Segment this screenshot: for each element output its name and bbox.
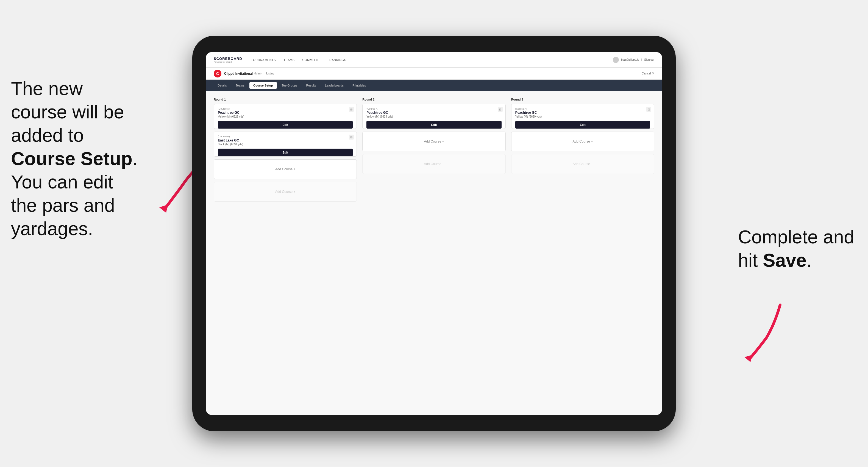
round3-add-course-label-2: Add Course +: [572, 162, 593, 166]
round3-course-a-tag: (Course A): [515, 107, 650, 110]
round-2-label: Round 2: [362, 98, 505, 101]
nav-committee[interactable]: COMMITTEE: [303, 58, 322, 62]
svg-marker-0: [159, 205, 167, 213]
logo-powered-by: Powered by clippd: [214, 61, 242, 63]
round2-course-a-delete-icon[interactable]: ⊡: [498, 107, 503, 112]
round3-course-a-card: ⊡ (Course A) Peachtree GC Yellow (M) (66…: [511, 104, 654, 129]
round2-course-a-detail: Yellow (M) (6629 yds): [366, 115, 501, 118]
tab-details[interactable]: Details: [214, 82, 231, 89]
tab-tee-groups[interactable]: Tee Groups: [278, 82, 301, 89]
round2-course-a-edit-button[interactable]: Edit: [366, 121, 501, 129]
arrow-right-icon: [706, 302, 783, 363]
round3-course-a-delete-icon[interactable]: ⊡: [646, 107, 651, 112]
round1-course-b-tag: (Course B): [218, 135, 353, 138]
tournament-name: Clippd Invitational: [224, 72, 253, 75]
round1-course-b-card: ⊡ (Course B) East Lake GC Black (M) (689…: [214, 132, 357, 157]
round2-course-a-card: ⊡ (Course A) Peachtree GC Yellow (M) (66…: [362, 104, 505, 129]
round-1-column: Round 1 ⊡ (Course A) Peachtree GC Yellow…: [214, 98, 357, 205]
round-2-column: Round 2 ⊡ (Course A) Peachtree GC Yellow…: [362, 98, 505, 205]
tab-teams[interactable]: Teams: [232, 82, 248, 89]
nav-teams[interactable]: TEAMS: [283, 58, 294, 62]
annotation-left: The new course will be added to Course S…: [11, 77, 137, 240]
round-3-label: Round 3: [511, 98, 654, 101]
round1-course-a-card: ⊡ (Course A) Peachtree GC Yellow (M) (66…: [214, 104, 357, 129]
nav-user-area: blair@clippd.io | Sign out: [613, 57, 654, 63]
round2-add-course-button[interactable]: Add Course +: [362, 132, 505, 151]
cancel-button[interactable]: Cancel ✕: [642, 72, 654, 75]
top-navigation: SCOREBOARD Powered by clippd TOURNAMENTS…: [206, 52, 662, 68]
logo-scoreboard: SCOREBOARD: [214, 57, 242, 61]
rounds-grid: Round 1 ⊡ (Course A) Peachtree GC Yellow…: [214, 98, 654, 205]
round1-course-a-name: Peachtree GC: [218, 111, 353, 115]
round2-course-a-name: Peachtree GC: [366, 111, 501, 115]
sub-tab-bar: Details Teams Course Setup Tee Groups Re…: [206, 80, 662, 91]
tab-printables[interactable]: Printables: [348, 82, 370, 89]
logo-area: SCOREBOARD Powered by clippd: [214, 57, 242, 63]
round1-course-a-detail: Yellow (M) (6629 yds): [218, 115, 353, 118]
tab-leaderboards[interactable]: Leaderboards: [321, 82, 347, 89]
nav-separator: |: [641, 58, 642, 61]
nav-tournaments[interactable]: TOURNAMENTS: [251, 58, 276, 62]
annotation-right: Complete and hit Save.: [738, 225, 854, 272]
round1-course-a-edit-button[interactable]: Edit: [218, 121, 353, 129]
round1-course-b-detail: Black (M) (6891 yds): [218, 143, 353, 146]
round1-add-course-label-2: Add Course +: [275, 190, 296, 194]
round-1-label: Round 1: [214, 98, 357, 101]
tournament-logo: C: [214, 70, 221, 77]
round2-add-course-label: Add Course +: [424, 139, 444, 144]
tournament-gender: (Men): [254, 72, 261, 75]
round1-add-course-button-2: Add Course +: [214, 182, 357, 201]
round3-course-a-edit-button[interactable]: Edit: [515, 121, 650, 129]
round1-course-b-delete-icon[interactable]: ⊡: [349, 134, 354, 139]
avatar: [613, 57, 619, 63]
sign-out-link[interactable]: Sign out: [644, 58, 654, 61]
round3-add-course-label: Add Course +: [572, 139, 593, 144]
round-3-column: Round 3 ⊡ (Course A) Peachtree GC Yellow…: [511, 98, 654, 205]
round2-add-course-button-2: Add Course +: [362, 154, 505, 174]
round1-course-a-tag: (Course A): [218, 107, 353, 110]
round3-add-course-button[interactable]: Add Course +: [511, 132, 654, 151]
round2-course-a-tag: (Course A): [366, 107, 501, 110]
tab-results[interactable]: Results: [302, 82, 320, 89]
round3-course-a-name: Peachtree GC: [515, 111, 650, 115]
tablet-device: SCOREBOARD Powered by clippd TOURNAMENTS…: [192, 36, 676, 431]
tournament-bar: C Clippd Invitational (Men) Hosting Canc…: [206, 68, 662, 80]
round2-add-course-label-2: Add Course +: [424, 162, 444, 166]
hosting-badge: Hosting: [265, 72, 274, 75]
tablet-screen: SCOREBOARD Powered by clippd TOURNAMENTS…: [206, 52, 662, 415]
nav-links: TOURNAMENTS TEAMS COMMITTEE RANKINGS: [251, 58, 613, 62]
round1-add-course-label: Add Course +: [275, 167, 296, 171]
main-content: Round 1 ⊡ (Course A) Peachtree GC Yellow…: [206, 91, 662, 415]
round3-course-a-detail: Yellow (M) (6629 yds): [515, 115, 650, 118]
round1-course-b-edit-button[interactable]: Edit: [218, 149, 353, 156]
svg-marker-1: [744, 355, 752, 362]
round3-add-course-button-2: Add Course +: [511, 154, 654, 174]
round1-add-course-button[interactable]: Add Course +: [214, 159, 357, 179]
nav-rankings[interactable]: RANKINGS: [329, 58, 346, 62]
round1-course-b-name: East Lake GC: [218, 138, 353, 142]
round1-course-a-delete-icon[interactable]: ⊡: [349, 107, 354, 112]
user-email: blair@clippd.io: [621, 58, 639, 61]
tab-course-setup[interactable]: Course Setup: [249, 82, 277, 89]
